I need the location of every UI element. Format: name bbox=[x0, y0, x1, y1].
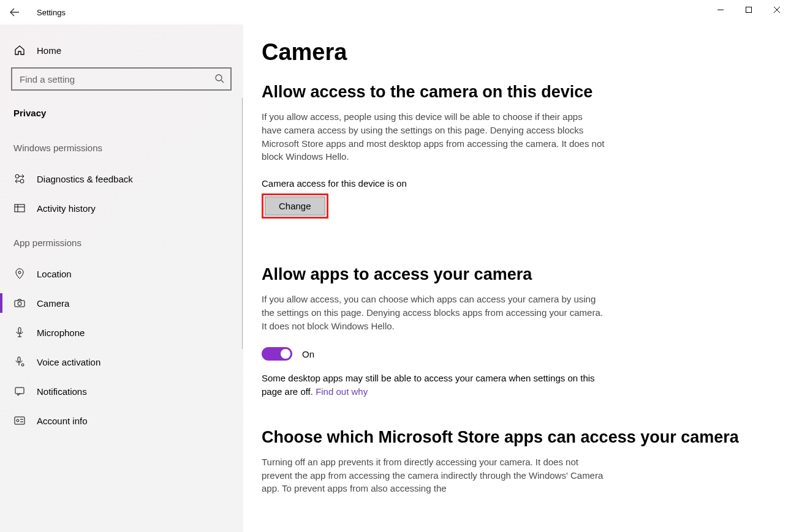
change-button[interactable]: Change bbox=[265, 197, 325, 215]
section-allow-apps-desc: If you allow access, you can choose whic… bbox=[262, 293, 605, 332]
home-icon bbox=[13, 44, 26, 56]
camera-access-status: Camera access for this device is on bbox=[262, 178, 766, 189]
svg-point-9 bbox=[18, 271, 21, 274]
svg-point-4 bbox=[15, 174, 19, 178]
arrow-left-icon bbox=[10, 7, 20, 17]
minimize-icon bbox=[717, 6, 724, 13]
category-label: Privacy bbox=[0, 102, 243, 128]
find-out-why-link[interactable]: Find out why bbox=[316, 386, 368, 397]
svg-point-2 bbox=[216, 75, 222, 81]
search-container bbox=[11, 67, 232, 91]
maximize-icon bbox=[745, 6, 752, 13]
svg-rect-15 bbox=[15, 388, 24, 394]
sidebar-item-location[interactable]: Location bbox=[0, 259, 243, 288]
desktop-apps-note-text: Some desktop apps may still be able to a… bbox=[262, 373, 595, 397]
desktop-apps-note: Some desktop apps may still be able to a… bbox=[262, 372, 605, 399]
sidebar-item-label: Activity history bbox=[37, 203, 96, 214]
account-icon bbox=[13, 414, 26, 427]
window-title: Settings bbox=[29, 8, 66, 17]
sidebar-item-label: Diagnostics & feedback bbox=[37, 174, 133, 184]
sidebar-item-label: Voice activation bbox=[37, 357, 100, 367]
section-choose-apps-desc: Turning off an app prevents it from dire… bbox=[262, 455, 605, 495]
svg-line-3 bbox=[221, 80, 224, 83]
svg-rect-13 bbox=[18, 357, 20, 362]
location-icon bbox=[13, 268, 26, 280]
feedback-icon bbox=[13, 173, 26, 185]
maximize-button[interactable] bbox=[735, 0, 763, 20]
sidebar-item-voice-activation[interactable]: Voice activation bbox=[0, 347, 243, 377]
sidebar-item-label: Account info bbox=[37, 416, 88, 426]
svg-point-11 bbox=[18, 302, 21, 305]
history-icon bbox=[13, 202, 26, 214]
group-app-permissions: App permissions bbox=[0, 223, 243, 259]
group-windows-permissions: Windows permissions bbox=[0, 128, 243, 164]
svg-rect-12 bbox=[18, 328, 21, 333]
home-label: Home bbox=[37, 45, 61, 56]
svg-point-14 bbox=[21, 364, 24, 366]
sidebar-item-activity-history[interactable]: Activity history bbox=[0, 193, 243, 223]
main-content: Camera Allow access to the camera on thi… bbox=[243, 24, 791, 532]
svg-rect-1 bbox=[746, 7, 752, 13]
search-input[interactable] bbox=[11, 67, 232, 91]
close-button[interactable] bbox=[763, 0, 791, 20]
section-allow-apps-heading: Allow apps to access your camera bbox=[262, 265, 766, 284]
sidebar-item-notifications[interactable]: Notifications bbox=[0, 377, 243, 406]
svg-point-5 bbox=[20, 179, 24, 183]
window-controls bbox=[706, 0, 791, 20]
close-icon bbox=[773, 6, 781, 13]
section-allow-device-heading: Allow access to the camera on this devic… bbox=[262, 83, 766, 102]
sidebar-item-label: Location bbox=[37, 269, 72, 279]
page-title: Camera bbox=[262, 39, 766, 66]
back-button[interactable] bbox=[0, 0, 29, 24]
sidebar: Home Privacy Windows permissions Diagnos… bbox=[0, 24, 243, 532]
sidebar-item-account-info[interactable]: Account info bbox=[0, 406, 243, 435]
camera-icon bbox=[13, 297, 26, 309]
svg-rect-16 bbox=[15, 417, 25, 424]
change-highlight: Change bbox=[262, 193, 328, 219]
notifications-icon bbox=[13, 385, 26, 397]
sidebar-item-microphone[interactable]: Microphone bbox=[0, 318, 243, 347]
sidebar-item-label: Notifications bbox=[37, 386, 87, 397]
allow-apps-toggle-row: On bbox=[262, 347, 766, 361]
sidebar-item-diagnostics[interactable]: Diagnostics & feedback bbox=[0, 164, 243, 193]
allow-apps-toggle-label: On bbox=[302, 349, 314, 359]
section-choose-apps-heading: Choose which Microsoft Store apps can ac… bbox=[262, 428, 766, 447]
sidebar-item-label: Camera bbox=[37, 298, 69, 309]
home-nav[interactable]: Home bbox=[0, 39, 243, 67]
svg-rect-6 bbox=[15, 204, 25, 212]
sidebar-item-label: Microphone bbox=[37, 328, 85, 338]
microphone-icon bbox=[13, 326, 26, 339]
voice-icon bbox=[13, 356, 26, 368]
minimize-button[interactable] bbox=[706, 0, 735, 20]
section-allow-device-desc: If you allow access, people using this d… bbox=[262, 110, 605, 163]
svg-point-17 bbox=[17, 419, 19, 422]
allow-apps-toggle[interactable] bbox=[262, 347, 292, 361]
titlebar: Settings bbox=[0, 0, 791, 24]
sidebar-item-camera[interactable]: Camera bbox=[0, 288, 243, 318]
